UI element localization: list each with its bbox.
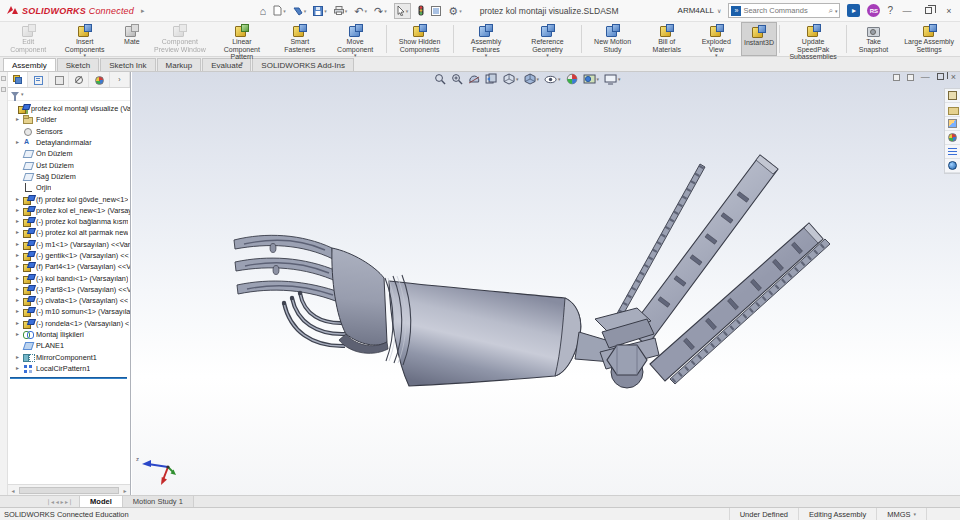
undo-icon[interactable]: ↶▾ (354, 6, 367, 16)
display-style-icon[interactable]: ▾ (524, 73, 540, 85)
tab-nav-buttons[interactable]: ❘◂ ◂ ▸ ▸❘ (0, 496, 79, 507)
help-icon[interactable]: ? (887, 5, 893, 16)
performance-evaluation-icon[interactable] (418, 5, 424, 16)
expand-arrow-icon[interactable] (16, 116, 23, 123)
search-caret-icon[interactable]: ▾ (835, 8, 838, 14)
doc-cascade-icon[interactable] (907, 74, 914, 81)
scroll-left-icon[interactable]: ◂ (8, 487, 18, 494)
expand-arrow-icon[interactable] (16, 297, 23, 304)
tree-item[interactable]: (-) rondela<1> (Varsayılan) < (8, 318, 130, 329)
smart-fasteners-button[interactable]: Smart Fasteners (273, 22, 327, 56)
save-icon[interactable]: ▾ (313, 6, 327, 16)
mate-button[interactable]: Mate (115, 22, 149, 56)
rollback-bar[interactable] (10, 377, 127, 379)
tab-motion-study-1[interactable]: Motion Study 1 (123, 496, 194, 507)
edit-component-button[interactable]: Edit Component (2, 22, 54, 56)
tree-item[interactable]: (-) protez kol bağlanma kısm (8, 216, 130, 227)
show-hidden-components-button[interactable]: Show Hidden Components (389, 22, 451, 56)
search-commands-box[interactable]: » ⌕ ▾ (728, 3, 840, 18)
search-input[interactable] (743, 6, 826, 15)
tab-assembly[interactable]: Assembly (3, 58, 56, 71)
tab-dimxpertmanager[interactable] (69, 72, 89, 87)
doc-minimize-icon[interactable]: — (921, 72, 930, 82)
tabs-overflow-chevron[interactable]: › (110, 72, 130, 87)
profile-menu[interactable]: ARM4ALL∨ (678, 6, 722, 15)
solidworks-resources-icon[interactable] (945, 89, 960, 103)
scrollbar-thumb[interactable] (19, 487, 119, 494)
status-units-selector[interactable]: MMGS▾ (876, 508, 926, 520)
tree-horizontal-scrollbar[interactable]: ◂ ▸ (8, 484, 130, 495)
open-icon[interactable]: ▾ (293, 6, 307, 16)
apply-scene-icon[interactable]: ▾ (583, 73, 600, 85)
filter-funnel-icon[interactable] (11, 92, 19, 97)
new-motion-study-button[interactable]: New Motion Study (583, 22, 641, 56)
tree-item[interactable]: Montaj İlişkileri (8, 329, 130, 340)
expand-arrow-icon[interactable] (16, 308, 23, 315)
tree-item[interactable]: (f) protez kol gövde_new<1> (8, 193, 130, 204)
tree-item[interactable]: Sağ Düzlem (8, 171, 130, 182)
move-component-button[interactable]: Move Component (327, 22, 384, 56)
tree-item[interactable]: MirrorComponent1 (8, 352, 130, 363)
view-orientation-icon[interactable]: ▾ (503, 73, 519, 85)
user-avatar[interactable]: RS (867, 4, 880, 17)
appearances-scenes-icon[interactable] (945, 131, 960, 145)
new-document-icon[interactable]: ▾ (273, 5, 286, 16)
tree-item[interactable]: Üst Düzlem (8, 159, 130, 170)
tree-item[interactable]: protez kol montaji visualize (Varsa (8, 103, 130, 114)
expand-arrow-icon[interactable] (16, 196, 23, 203)
assembly-features-button[interactable]: Assembly Features (455, 22, 516, 56)
minimize-button[interactable]: — (900, 6, 914, 16)
expand-arrow-icon[interactable] (16, 139, 23, 146)
tree-item[interactable]: Folder (8, 114, 130, 125)
tree-item[interactable]: (-) Part8<1> (Varsayılan) <<V (8, 284, 130, 295)
doc-maximize-icon[interactable] (937, 72, 944, 82)
doc-restore-icon[interactable] (893, 74, 900, 81)
zoom-to-area-icon[interactable] (451, 73, 463, 85)
tree-item[interactable]: Orjin (8, 182, 130, 193)
tree-item[interactable]: (-) kol bandı<1> (Varsayılan) (8, 272, 130, 283)
options-gear-icon[interactable]: ⚙▾ (448, 6, 461, 16)
tab-markup[interactable]: Markup (157, 58, 202, 71)
tab-configurationmanager[interactable] (49, 72, 69, 87)
command-console-button[interactable]: ▸ (847, 4, 860, 17)
tree-item[interactable]: PLANE1 (8, 340, 130, 351)
expand-arrow-icon[interactable] (16, 354, 23, 361)
edit-appearance-icon[interactable] (566, 73, 578, 85)
update-speedpak-button[interactable]: Update SpeedPak Subassemblies (782, 22, 844, 56)
exploded-view-button[interactable]: Exploded View (692, 22, 741, 56)
custom-properties-icon[interactable] (945, 145, 960, 159)
tree-item[interactable]: (-) m1<1> (Varsayılan) <<Var (8, 239, 130, 250)
expand-arrow-icon[interactable] (16, 241, 23, 248)
expand-arrow-icon[interactable] (16, 263, 23, 270)
scroll-right-icon[interactable]: ▸ (120, 487, 130, 494)
hide-show-items-icon[interactable]: ▾ (544, 74, 561, 85)
section-view-icon[interactable] (468, 73, 480, 85)
file-explorer-icon[interactable] (945, 117, 960, 131)
restore-button[interactable] (921, 6, 935, 16)
tree-item[interactable]: protez kol el_new<1> (Varsay (8, 205, 130, 216)
tab-displaymanager[interactable] (89, 72, 109, 87)
tree-item[interactable]: LocalCirPattern1 (8, 363, 130, 374)
insert-components-button[interactable]: Insert Components (54, 22, 114, 56)
home-icon[interactable]: ⌂ (260, 6, 267, 16)
expand-arrow-icon[interactable] (16, 275, 23, 282)
expand-arrow-icon[interactable] (16, 252, 23, 259)
print-icon[interactable]: ▾ (334, 6, 348, 16)
expand-arrow-icon[interactable] (16, 207, 23, 214)
component-preview-window-button[interactable]: Component Preview Window (149, 22, 211, 56)
tree-item[interactable]: (f) Part4<1> (Varsayılan) <<V (8, 261, 130, 272)
collapsed-toolbar-icon[interactable] (1, 87, 6, 92)
large-assembly-settings-button[interactable]: Large Assembly Settings (898, 22, 960, 56)
tab-model[interactable]: Model (79, 496, 123, 507)
zoom-to-fit-icon[interactable] (434, 73, 446, 85)
expand-arrow-icon[interactable] (16, 331, 23, 338)
collapsed-toolbar-icon[interactable] (1, 76, 6, 81)
view-settings-icon[interactable]: ▾ (604, 74, 621, 85)
tab-sketch[interactable]: Sketch (57, 58, 99, 71)
linear-component-pattern-button[interactable]: Linear Component Pattern (211, 22, 273, 56)
close-button[interactable]: × (942, 6, 956, 16)
take-snapshot-button[interactable]: Take Snapshot (849, 22, 898, 56)
graphics-viewport[interactable]: ▾ ▾ ▾ ▾ ▾ — × z (132, 72, 960, 495)
redo-icon[interactable]: ↷▾ (374, 6, 387, 16)
feature-statistics-icon[interactable] (431, 6, 441, 16)
